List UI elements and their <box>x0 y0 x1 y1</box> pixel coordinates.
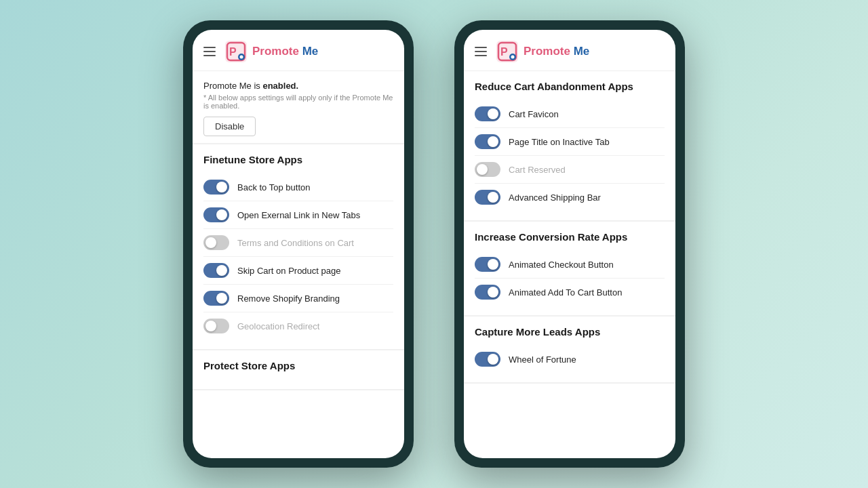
toggle-row: Cart Reserved <box>475 156 665 184</box>
toggle-terms-conditions[interactable] <box>203 235 229 250</box>
logo-svg-icon: P <box>224 39 248 64</box>
toggle-row: Terms and Conditions on Cart <box>203 229 393 257</box>
header-right: P Promote Me <box>464 30 675 71</box>
status-text: Promote Me is enabled. <box>203 81 393 91</box>
label-animated-checkout: Animated Checkout Button <box>509 260 614 270</box>
label-geolocation: Geolocation Redirect <box>237 321 319 331</box>
toggle-row: Remove Shopify Branding <box>203 285 393 312</box>
reduce-section: Reduce Cart Abandonment Apps Cart Favico… <box>464 71 675 222</box>
logo-svg-icon-right: P <box>495 39 519 64</box>
label-page-title: Page Title on Inactive Tab <box>509 137 610 147</box>
toggle-animated-add-to-cart[interactable] <box>475 285 500 300</box>
label-shipping-bar: Advanced Shipping Bar <box>509 192 601 203</box>
toggle-row: Back to Top button <box>203 174 393 201</box>
phone-left-inner: P Promote Me Promote Me is enabled. * Al… <box>193 30 404 458</box>
logo-left: P Promote Me <box>224 39 318 64</box>
label-back-to-top: Back to Top button <box>237 182 310 192</box>
logo-right: P Promote Me <box>495 39 589 64</box>
svg-point-9 <box>511 56 515 59</box>
toggle-row: Geolocation Redirect <box>203 312 393 340</box>
phone-right-inner: P Promote Me Reduce Cart Abandonment App… <box>464 30 675 458</box>
toggle-row: Cart Favicon <box>475 100 665 128</box>
toggle-animated-checkout[interactable] <box>475 257 500 272</box>
toggle-row: Page Title on Inactive Tab <box>475 128 665 156</box>
right-content: Reduce Cart Abandonment Apps Cart Favico… <box>464 71 675 458</box>
toggle-skip-cart[interactable] <box>203 263 229 278</box>
logo-text-right: Promote Me <box>524 45 589 58</box>
toggle-wheel-of-fortune[interactable] <box>475 352 500 367</box>
toggle-row: Skip Cart on Product page <box>203 257 393 285</box>
label-cart-favicon: Cart Favicon <box>509 109 559 119</box>
conversion-title: Increase Conversion Rate Apps <box>475 231 665 243</box>
toggle-page-title[interactable] <box>475 134 500 149</box>
label-wheel-of-fortune: Wheel of Fortune <box>509 354 576 365</box>
hamburger-menu-icon[interactable] <box>203 47 216 56</box>
leads-title: Capture More Leads Apps <box>475 326 665 338</box>
toggle-row: Animated Checkout Button <box>475 251 665 279</box>
toggle-cart-reserved[interactable] <box>475 162 500 177</box>
label-skip-cart: Skip Cart on Product page <box>237 266 340 276</box>
svg-point-4 <box>240 56 243 59</box>
logo-text: Promote Me <box>252 45 318 58</box>
label-cart-reserved: Cart Reserved <box>509 165 566 175</box>
toggle-external-link[interactable] <box>203 207 229 222</box>
protect-title: Protect Store Apps <box>203 360 393 371</box>
toggle-row: Open Exernal Link in New Tabs <box>203 201 393 229</box>
label-external-link: Open Exernal Link in New Tabs <box>237 210 360 220</box>
toggle-back-to-top[interactable] <box>203 180 229 195</box>
conversion-section: Increase Conversion Rate Apps Animated C… <box>464 222 675 317</box>
phone-right: P Promote Me Reduce Cart Abandonment App… <box>454 20 685 468</box>
toggle-cart-favicon[interactable] <box>475 106 500 121</box>
phone-left: P Promote Me Promote Me is enabled. * Al… <box>183 20 414 468</box>
toggle-remove-branding[interactable] <box>203 291 229 306</box>
finetune-title: Finetune Store Apps <box>203 154 393 165</box>
toggle-row: Animated Add To Cart Button <box>475 279 665 306</box>
protect-section: Protect Store Apps <box>193 350 404 390</box>
status-section: Promote Me is enabled. * All below apps … <box>193 71 404 144</box>
status-note: * All below apps settings will apply onl… <box>203 94 393 110</box>
label-animated-add-to-cart: Animated Add To Cart Button <box>509 287 622 298</box>
label-remove-branding: Remove Shopify Branding <box>237 293 340 304</box>
toggle-shipping-bar[interactable] <box>475 190 500 205</box>
label-terms-conditions: Terms and Conditions on Cart <box>237 238 354 248</box>
leads-section: Capture More Leads Apps Wheel of Fortune <box>464 317 675 384</box>
left-content: Promote Me is enabled. * All below apps … <box>193 71 404 458</box>
hamburger-menu-icon-right[interactable] <box>475 47 487 56</box>
reduce-title: Reduce Cart Abandonment Apps <box>475 81 665 92</box>
svg-text:P: P <box>229 46 237 58</box>
header-left: P Promote Me <box>193 30 404 71</box>
toggle-geolocation[interactable] <box>203 319 229 333</box>
finetune-section: Finetune Store Apps Back to Top button O… <box>193 144 404 350</box>
svg-text:P: P <box>500 46 508 58</box>
toggle-row: Advanced Shipping Bar <box>475 184 665 211</box>
disable-button[interactable]: Disable <box>203 117 256 136</box>
toggle-row: Wheel of Fortune <box>475 346 665 373</box>
